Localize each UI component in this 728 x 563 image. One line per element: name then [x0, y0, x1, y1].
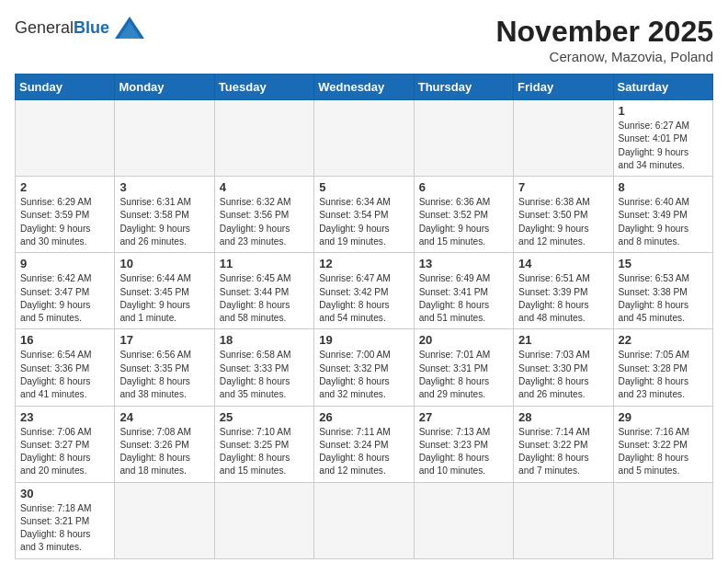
day-number: 1: [619, 104, 708, 118]
calendar-cell: 30Sunrise: 7:18 AM Sunset: 3:21 PM Dayli…: [16, 482, 115, 558]
day-header-sunday: Sunday: [16, 75, 115, 100]
calendar-cell: 3Sunrise: 6:31 AM Sunset: 3:58 PM Daylig…: [115, 177, 214, 253]
calendar-cell: 19Sunrise: 7:00 AM Sunset: 3:32 PM Dayli…: [314, 329, 414, 406]
day-number: 17: [119, 333, 209, 347]
calendar-cell: 23Sunrise: 7:06 AM Sunset: 3:27 PM Dayli…: [16, 406, 115, 482]
day-number: 9: [20, 257, 109, 270]
day-info: Sunrise: 6:44 AM Sunset: 3:45 PM Dayligh…: [119, 272, 209, 325]
calendar-cell: [115, 100, 214, 177]
calendar-cell: 25Sunrise: 7:10 AM Sunset: 3:25 PM Dayli…: [214, 406, 313, 482]
day-header-saturday: Saturday: [613, 75, 712, 100]
day-number: 22: [619, 333, 708, 347]
day-number: 8: [619, 180, 708, 194]
calendar-week-row: 30Sunrise: 7:18 AM Sunset: 3:21 PM Dayli…: [16, 482, 713, 558]
day-number: 19: [319, 333, 408, 347]
day-number: 6: [419, 180, 508, 194]
calendar-cell: 20Sunrise: 7:01 AM Sunset: 3:31 PM Dayli…: [414, 329, 513, 406]
day-number: 23: [20, 410, 109, 424]
day-number: 14: [518, 257, 608, 270]
day-number: 28: [518, 410, 608, 424]
day-number: 27: [419, 410, 508, 424]
day-info: Sunrise: 6:32 AM Sunset: 3:56 PM Dayligh…: [220, 196, 309, 248]
day-header-monday: Monday: [115, 75, 214, 100]
calendar-cell: 27Sunrise: 7:13 AM Sunset: 3:23 PM Dayli…: [414, 406, 513, 482]
calendar-cell: [115, 482, 214, 558]
day-number: 10: [119, 257, 209, 270]
calendar-cell: 5Sunrise: 6:34 AM Sunset: 3:54 PM Daylig…: [314, 177, 414, 253]
calendar-cell: 4Sunrise: 6:32 AM Sunset: 3:56 PM Daylig…: [214, 177, 313, 253]
day-number: 29: [619, 410, 708, 424]
day-info: Sunrise: 6:36 AM Sunset: 3:52 PM Dayligh…: [419, 196, 508, 248]
calendar-week-row: 23Sunrise: 7:06 AM Sunset: 3:27 PM Dayli…: [16, 406, 713, 482]
day-number: 4: [220, 180, 309, 194]
day-number: 5: [319, 180, 408, 194]
calendar-table: SundayMondayTuesdayWednesdayThursdayFrid…: [15, 74, 713, 559]
day-header-tuesday: Tuesday: [214, 75, 313, 100]
day-info: Sunrise: 7:16 AM Sunset: 3:22 PM Dayligh…: [619, 426, 708, 478]
calendar-cell: [514, 100, 613, 177]
day-info: Sunrise: 6:45 AM Sunset: 3:44 PM Dayligh…: [220, 272, 309, 325]
day-number: 2: [20, 180, 109, 194]
calendar-week-row: 1Sunrise: 6:27 AM Sunset: 4:01 PM Daylig…: [16, 100, 713, 177]
calendar-cell: 14Sunrise: 6:51 AM Sunset: 3:39 PM Dayli…: [514, 253, 613, 329]
day-number: 12: [319, 257, 408, 270]
calendar-cell: [314, 482, 414, 558]
calendar-cell: [414, 100, 513, 177]
calendar-cell: 13Sunrise: 6:49 AM Sunset: 3:41 PM Dayli…: [414, 253, 513, 329]
day-number: 15: [619, 257, 708, 270]
calendar-title-area: November 2025 Ceranow, Mazovia, Poland: [495, 15, 713, 64]
calendar-cell: 2Sunrise: 6:29 AM Sunset: 3:59 PM Daylig…: [16, 177, 115, 253]
day-number: 30: [20, 487, 109, 500]
calendar-cell: 10Sunrise: 6:44 AM Sunset: 3:45 PM Dayli…: [115, 253, 214, 329]
day-info: Sunrise: 7:11 AM Sunset: 3:24 PM Dayligh…: [319, 426, 408, 478]
calendar-cell: [16, 100, 115, 177]
calendar-cell: 15Sunrise: 6:53 AM Sunset: 3:38 PM Dayli…: [613, 253, 712, 329]
day-info: Sunrise: 6:49 AM Sunset: 3:41 PM Dayligh…: [419, 272, 508, 325]
day-info: Sunrise: 6:38 AM Sunset: 3:50 PM Dayligh…: [518, 196, 608, 248]
day-number: 11: [220, 257, 309, 270]
day-info: Sunrise: 6:51 AM Sunset: 3:39 PM Dayligh…: [518, 272, 608, 325]
calendar-title: November 2025: [495, 15, 713, 49]
day-info: Sunrise: 6:34 AM Sunset: 3:54 PM Dayligh…: [319, 196, 408, 248]
day-number: 20: [419, 333, 508, 347]
day-header-wednesday: Wednesday: [314, 75, 414, 100]
calendar-cell: 28Sunrise: 7:14 AM Sunset: 3:22 PM Dayli…: [514, 406, 613, 482]
day-info: Sunrise: 6:27 AM Sunset: 4:01 PM Dayligh…: [619, 120, 708, 172]
day-number: 24: [119, 410, 209, 424]
day-number: 21: [518, 333, 608, 347]
day-info: Sunrise: 6:42 AM Sunset: 3:47 PM Dayligh…: [20, 272, 109, 325]
day-info: Sunrise: 7:14 AM Sunset: 3:22 PM Dayligh…: [518, 426, 608, 478]
logo-icon: [113, 15, 146, 40]
calendar-cell: 9Sunrise: 6:42 AM Sunset: 3:47 PM Daylig…: [16, 253, 115, 329]
day-info: Sunrise: 7:01 AM Sunset: 3:31 PM Dayligh…: [419, 349, 508, 401]
day-info: Sunrise: 6:40 AM Sunset: 3:49 PM Dayligh…: [619, 196, 708, 248]
day-info: Sunrise: 6:47 AM Sunset: 3:42 PM Dayligh…: [319, 272, 408, 325]
day-number: 16: [20, 333, 109, 347]
day-number: 7: [518, 180, 608, 194]
day-header-thursday: Thursday: [414, 75, 513, 100]
day-info: Sunrise: 7:13 AM Sunset: 3:23 PM Dayligh…: [419, 426, 508, 478]
calendar-cell: [613, 482, 712, 558]
calendar-cell: 24Sunrise: 7:08 AM Sunset: 3:26 PM Dayli…: [115, 406, 214, 482]
day-info: Sunrise: 7:08 AM Sunset: 3:26 PM Dayligh…: [119, 426, 209, 478]
calendar-cell: 7Sunrise: 6:38 AM Sunset: 3:50 PM Daylig…: [514, 177, 613, 253]
calendar-week-row: 16Sunrise: 6:54 AM Sunset: 3:36 PM Dayli…: [16, 329, 713, 406]
calendar-cell: [214, 100, 313, 177]
calendar-cell: 1Sunrise: 6:27 AM Sunset: 4:01 PM Daylig…: [613, 100, 712, 177]
calendar-cell: [414, 482, 513, 558]
day-info: Sunrise: 6:29 AM Sunset: 3:59 PM Dayligh…: [20, 196, 109, 248]
calendar-cell: 22Sunrise: 7:05 AM Sunset: 3:28 PM Dayli…: [613, 329, 712, 406]
day-number: 13: [419, 257, 508, 270]
page-header: GeneralBlue November 2025 Ceranow, Mazov…: [15, 15, 713, 64]
calendar-week-row: 2Sunrise: 6:29 AM Sunset: 3:59 PM Daylig…: [16, 177, 713, 253]
day-header-friday: Friday: [514, 75, 613, 100]
day-number: 18: [220, 333, 309, 347]
calendar-cell: 17Sunrise: 6:56 AM Sunset: 3:35 PM Dayli…: [115, 329, 214, 406]
calendar-cell: 29Sunrise: 7:16 AM Sunset: 3:22 PM Dayli…: [613, 406, 712, 482]
day-info: Sunrise: 7:00 AM Sunset: 3:32 PM Dayligh…: [319, 349, 408, 401]
day-info: Sunrise: 6:58 AM Sunset: 3:33 PM Dayligh…: [220, 349, 309, 401]
calendar-cell: 8Sunrise: 6:40 AM Sunset: 3:49 PM Daylig…: [613, 177, 712, 253]
day-info: Sunrise: 7:18 AM Sunset: 3:21 PM Dayligh…: [20, 502, 109, 555]
calendar-cell: 21Sunrise: 7:03 AM Sunset: 3:30 PM Dayli…: [514, 329, 613, 406]
calendar-cell: [514, 482, 613, 558]
